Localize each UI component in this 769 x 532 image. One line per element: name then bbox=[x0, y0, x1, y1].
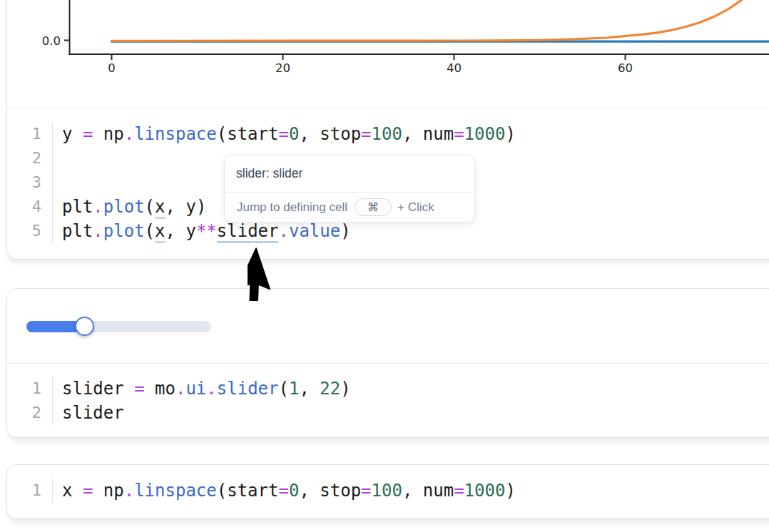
gutter: 1 bbox=[7, 479, 53, 503]
code-lines[interactable]: slider = mo.ui.slider(1, 22)slider bbox=[53, 377, 769, 425]
underlined-variable: x bbox=[155, 197, 165, 219]
code-line[interactable]: slider = mo.ui.slider(1, 22) bbox=[62, 377, 769, 401]
slider-thumb[interactable] bbox=[75, 317, 94, 336]
tooltip-action-label: Jump to defining cell bbox=[237, 200, 347, 215]
code-line[interactable]: slider bbox=[62, 401, 769, 425]
cell-x: 1 x = np.linspace(start=0, stop=100, num… bbox=[6, 464, 769, 519]
underlined-variable: x bbox=[155, 221, 165, 243]
command-key-pill: ⌘ bbox=[355, 198, 392, 216]
line-number: 5 bbox=[7, 219, 52, 243]
line-number: 1 bbox=[7, 377, 52, 401]
mouse-cursor bbox=[248, 245, 312, 320]
code-line[interactable]: x = np.linspace(start=0, stop=100, num=1… bbox=[62, 479, 769, 503]
jump-to-defining-cell[interactable]: Jump to defining cell ⌘ + Click bbox=[225, 193, 474, 222]
slider-output bbox=[7, 289, 769, 364]
code-lines[interactable]: x = np.linspace(start=0, stop=100, num=1… bbox=[53, 479, 769, 503]
series-orange-curve bbox=[112, 0, 753, 41]
command-key-icon: ⌘ bbox=[367, 200, 379, 214]
y-axis-spine bbox=[69, 0, 71, 55]
plot-output: 0.0 0 20 40 60 bbox=[7, 0, 769, 108]
x-tick-label-60: 60 bbox=[618, 61, 633, 75]
line-number: 4 bbox=[7, 195, 52, 219]
code-line[interactable]: plt.plot(x, y**slider.value) bbox=[62, 219, 769, 243]
x-tick-label-40: 40 bbox=[447, 61, 462, 75]
gutter: 12 bbox=[7, 377, 53, 425]
line-number: 2 bbox=[7, 401, 52, 425]
line-number: 1 bbox=[7, 479, 52, 503]
gutter: 12345 bbox=[7, 122, 53, 243]
tooltip-action-suffix: + Click bbox=[397, 200, 434, 215]
code-editor-slider[interactable]: 12 slider = mo.ui.slider(1, 22)slider bbox=[7, 364, 769, 438]
x-axis-spine bbox=[69, 53, 769, 55]
line-number: 3 bbox=[7, 170, 52, 195]
code-editor-x[interactable]: 1 x = np.linspace(start=0, stop=100, num… bbox=[7, 465, 769, 517]
hovered-variable-slider: slider bbox=[217, 221, 279, 243]
variable-tooltip: slider: slider Jump to defining cell ⌘ +… bbox=[224, 155, 475, 222]
line-number: 1 bbox=[7, 122, 52, 146]
code-line[interactable]: y = np.linspace(start=0, stop=100, num=1… bbox=[62, 122, 769, 146]
x-tick-label-0: 0 bbox=[108, 61, 116, 75]
tooltip-title: slider: slider bbox=[225, 155, 474, 193]
cell-slider: 12 slider = mo.ui.slider(1, 22)slider bbox=[6, 288, 769, 438]
y-tick-label: 0.0 bbox=[42, 34, 61, 48]
line-number: 2 bbox=[7, 146, 52, 170]
x-tick-label-20: 20 bbox=[275, 61, 290, 75]
matplotlib-chart: 0.0 0 20 40 60 bbox=[7, 0, 769, 108]
